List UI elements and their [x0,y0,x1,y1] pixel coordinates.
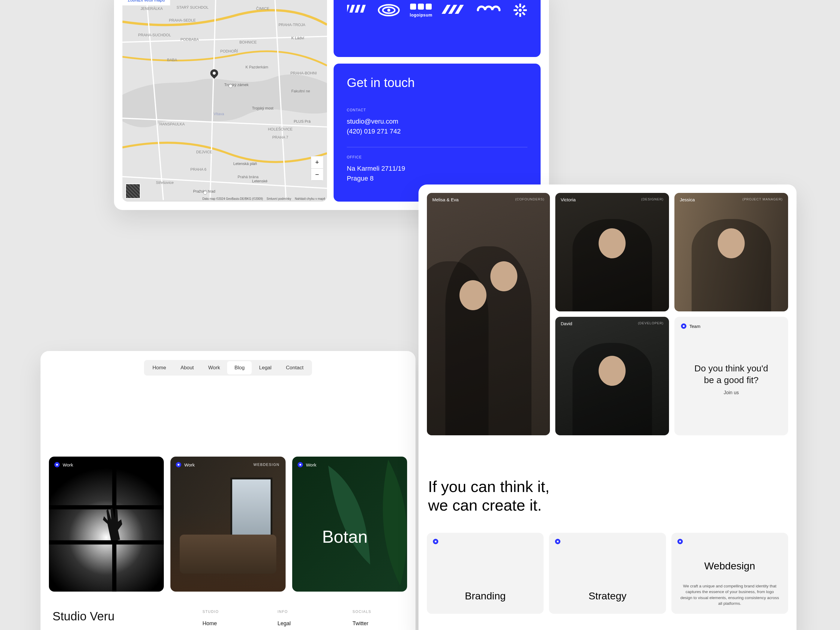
work-tag: WEBDESIGN [254,463,279,467]
team-member-card[interactable]: Melisa & Eva (COFOUNDERS) [427,193,550,435]
nav-work[interactable]: Work [201,361,227,374]
svg-rect-51 [521,12,525,16]
svg-text:STARÝ SUCHDOL: STARÝ SUCHDOL [177,5,208,9]
nav-legal[interactable]: Legal [252,361,279,374]
team-name: Jessica [680,197,695,202]
svg-rect-47 [523,9,527,11]
footer-link[interactable]: Legal [278,621,328,627]
footer-col-socials: SOCIALS Twitter Instagr [352,609,404,630]
service-title: Webdesign [671,560,788,572]
team-member-card[interactable]: Victoria (DESIGNER) [555,193,669,311]
svg-rect-48 [513,9,517,11]
brand-name: Studio Veru [52,609,115,630]
footer-heading: INFO [278,609,328,614]
map-data-credit: Data map ©2024 GeoBasis-DE/BKG (©2009) [202,197,263,201]
svg-text:PRAHA 7: PRAHA 7 [272,135,288,139]
chip-dot-icon [54,462,60,467]
work-card[interactable]: Work WEBDESIGN [171,456,285,592]
svg-rect-52 [515,12,519,16]
svg-text:K Pazderkám: K Pazderkám [245,65,268,69]
service-card-webdesign[interactable]: Webdesign We craft a unique and compelli… [671,533,788,614]
chip-dot-icon [555,539,561,544]
primary-nav: Home About Work Blog Legal Contact [144,360,312,376]
chip-label: Work [63,462,73,467]
nav-home[interactable]: Home [145,361,173,374]
map-satellite-thumb[interactable] [125,183,141,199]
zoom-out-button[interactable]: − [311,168,323,180]
svg-text:PRAHA-SUCHDOL: PRAHA-SUCHDOL [138,33,171,37]
svg-text:Střešovice: Střešovice [156,181,174,185]
svg-text:ČIMICE: ČIMICE [256,6,269,11]
office-address-2: Prague 8 [347,174,527,183]
svg-text:BABA: BABA [167,58,177,62]
svg-text:Trojský most: Trojský most [252,106,273,111]
map-report-link[interactable]: Nahlásit chybu v mapě [295,197,325,201]
svg-rect-31 [347,5,349,13]
contact-email[interactable]: studio@veru.com [347,117,527,126]
footer-link[interactable]: Twitter [352,621,404,627]
svg-rect-46 [519,13,521,17]
team-role: (DEVELOPER) [638,321,663,325]
svg-text:Prahá brána: Prahá brána [238,175,259,179]
svg-text:Trojský zámek: Trojský zámek [224,83,249,87]
map-terms-link[interactable]: Smluvní podmínky [267,197,291,201]
chip-label: Work [184,462,195,467]
chip-dot-icon [176,462,181,467]
team-name: Melisa & Eva [432,197,459,202]
svg-text:K Ládví: K Ládví [291,36,304,40]
svg-text:DEJVICE: DEJVICE [196,150,212,154]
svg-text:Letenské: Letenské [252,179,267,183]
join-heading-1: Do you think you'd [695,363,768,373]
svg-text:PLUS Prá: PLUS Prá [294,119,311,123]
team-member-card[interactable]: David (DEVELOPER) [555,317,669,435]
team-join-card[interactable]: Team Do you think you'd be a good fit? J… [674,317,788,435]
map-panel[interactable]: JENERÁLKA STARÝ SUCHDOL PRAHA-SUCHDOL PO… [122,0,327,202]
partner-logo-icon [347,3,368,17]
svg-text:PODHOŘÍ: PODHOŘÍ [220,49,238,54]
svg-rect-38 [410,3,416,9]
team-member-card[interactable]: Jessica (PROJECT MANAGER) [674,193,788,311]
join-cta[interactable]: Join us [681,390,782,395]
service-card-branding[interactable]: Branding [427,533,543,614]
partner-logo-icon: logoipsum [409,3,433,17]
footer: Studio Veru STUDIO Home About INFO Legal… [52,609,404,630]
partner-logo-icon [377,3,401,17]
svg-rect-32 [349,5,355,13]
join-heading-2: be a good fit? [704,375,759,385]
services-headline: If you can think it, we can create it. [428,477,788,515]
hand-icon [101,507,125,542]
team-role: (DESIGNER) [641,197,663,201]
services-grid: Branding Strategy Webdesign We craft a u… [427,533,788,614]
svg-text:Vltava: Vltava [213,112,224,116]
map-credits: Klávesové zkratky Data map ©2024 GeoBasi… [202,197,325,201]
map-enlarge-link[interactable]: Zobrazit větší mapu [128,0,165,2]
footer-link[interactable]: Home [202,621,254,627]
office-address-1: Na Karmeli 2711/19 [347,164,527,174]
map-illustration: JENERÁLKA STARÝ SUCHDOL PRAHA-SUCHDOL PO… [122,0,327,202]
work-row: Work Work WEBDESIGN Work Botan [49,456,407,592]
nav-blog[interactable]: Blog [227,361,252,374]
chip-dot-icon [433,539,438,544]
map-info-box: 4C93+M3H Praha Zobrazit větší mapu Trasa [122,0,170,5]
contact-box: Get in touch CONTACT studio@veru.com (42… [333,63,541,202]
partner-logo-icon [442,3,466,17]
service-card-strategy[interactable]: Strategy [549,533,666,614]
partner-logo-icon [474,3,504,17]
team-card: Melisa & Eva (COFOUNDERS) Victoria (DESI… [418,185,796,630]
work-card[interactable]: Work [49,456,164,592]
nav-about[interactable]: About [174,361,201,374]
svg-rect-39 [418,3,424,9]
zoom-in-button[interactable]: + [311,156,323,168]
contact-phone[interactable]: (420) 019 271 742 [347,126,527,136]
svg-rect-50 [515,5,519,9]
chip-label: Team [689,324,701,329]
nav-contact[interactable]: Contact [279,361,311,374]
svg-point-30 [204,191,207,195]
work-card[interactable]: Work Botan [292,456,407,592]
svg-point-44 [519,9,522,12]
team-name: Victoria [561,197,576,202]
chip-label: Work [306,462,316,467]
team-name: David [561,321,572,326]
contact-column: logoipsum Get in touch CONTACT studio@ve… [333,0,541,202]
svg-text:PRAHA-BOHNI: PRAHA-BOHNI [291,71,317,75]
